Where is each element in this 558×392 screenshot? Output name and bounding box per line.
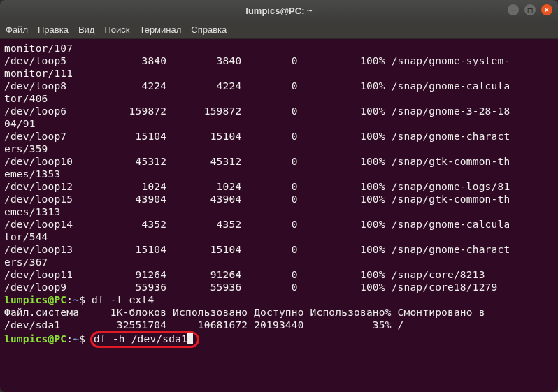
- window-controls: – ◻ ×: [508, 4, 552, 15]
- output-line: /dev/loop6 159872 159872 0 100% /snap/gn…: [4, 105, 554, 117]
- output-line: /dev/loop11 91264 91264 0 100% /snap/cor…: [4, 268, 554, 281]
- close-button[interactable]: ×: [541, 4, 552, 15]
- menu-help[interactable]: Справка: [191, 24, 227, 35]
- output-line: /dev/loop5 3840 3840 0 100% /snap/gnome-…: [4, 55, 554, 67]
- highlighted-command: df -h /dev/sda1: [90, 331, 199, 348]
- output-header: Файл.система 1K-блоков Использовано Дост…: [4, 306, 554, 319]
- output-line: /dev/loop15 43904 43904 0 100% /snap/gtk…: [4, 193, 554, 205]
- output-line: /dev/sda1 32551704 10681672 20193440 35%…: [4, 319, 554, 331]
- menu-edit[interactable]: Правка: [38, 24, 69, 35]
- terminal-output[interactable]: monitor/107/dev/loop5 3840 3840 0 100% /…: [0, 39, 558, 392]
- output-line: emes/1313: [4, 205, 554, 218]
- output-line: ers/359: [4, 143, 554, 155]
- menu-view[interactable]: Вид: [78, 24, 95, 35]
- output-line: tor/406: [4, 92, 554, 105]
- output-line: /dev/loop7 15104 15104 0 100% /snap/gnom…: [4, 130, 554, 143]
- menu-terminal[interactable]: Терминал: [139, 24, 181, 35]
- output-line: /dev/loop13 15104 15104 0 100% /snap/gno…: [4, 243, 554, 256]
- output-line: tor/544: [4, 231, 554, 243]
- menu-search[interactable]: Поиск: [104, 24, 129, 35]
- maximize-button[interactable]: ◻: [524, 4, 536, 15]
- menu-file[interactable]: Файл: [6, 24, 28, 35]
- titlebar: lumpics@PC: ~ – ◻ ×: [0, 0, 558, 21]
- menubar: Файл Правка Вид Поиск Терминал Справка: [0, 21, 558, 39]
- cursor: [187, 333, 193, 344]
- output-line: 04/91: [4, 117, 554, 130]
- output-line: emes/1353: [4, 168, 554, 180]
- output-line: /dev/loop9 55936 55936 0 100% /snap/core…: [4, 281, 554, 293]
- prompt-line: lumpics@PC:~$ df -t ext4: [4, 293, 554, 306]
- output-line: monitor/111: [4, 67, 554, 80]
- output-line: /dev/loop8 4224 4224 0 100% /snap/gnome-…: [4, 80, 554, 92]
- output-line: /dev/loop10 45312 45312 0 100% /snap/gtk…: [4, 155, 554, 168]
- output-line: /dev/loop14 4352 4352 0 100% /snap/gnome…: [4, 218, 554, 231]
- terminal-window: lumpics@PC: ~ – ◻ × Файл Правка Вид Поис…: [0, 0, 558, 392]
- output-line: /dev/loop12 1024 1024 0 100% /snap/gnome…: [4, 180, 554, 193]
- minimize-button[interactable]: –: [508, 4, 519, 15]
- output-line: monitor/107: [4, 42, 554, 55]
- prompt-line-current: lumpics@PC:~$ df -h /dev/sda1: [4, 331, 554, 348]
- window-title: lumpics@PC: ~: [245, 6, 312, 16]
- output-line: ers/367: [4, 256, 554, 268]
